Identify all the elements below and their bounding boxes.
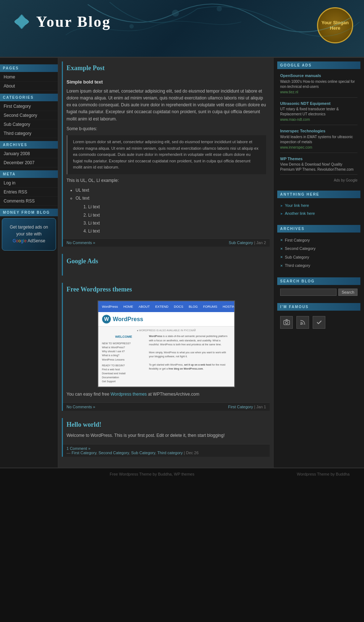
post-title-example[interactable]: Example Post [63, 61, 270, 74]
list-item: UL text [76, 187, 266, 194]
post-title-google-ads[interactable]: Google Ads [67, 257, 266, 265]
post-cat-link-2[interactable]: Second Category [98, 451, 129, 455]
ad-title-2[interactable]: Ultrasonic NDT Equipment [280, 101, 357, 107]
post-bold-heading: Simple bold text [67, 78, 266, 86]
sidebar-item-entries-rss[interactable]: Entries RSS [0, 188, 58, 197]
sidebar-item-about[interactable]: About [0, 82, 58, 91]
floral-decoration [0, 0, 364, 58]
site-footer: Free Wordpress Theme by Buddha, WP theme… [0, 468, 364, 480]
sidebar-item-comments-rss[interactable]: Comments RSS [0, 197, 58, 206]
widget-title-google-ads: GOOGLE ADS [277, 61, 360, 69]
post-date-hello: | Dec 26 [184, 451, 199, 455]
anything-link-2[interactable]: Another link here [280, 210, 357, 218]
post-comments-hello[interactable]: 1 Comment » [67, 446, 90, 451]
post-comments-link[interactable]: No Comments » [67, 240, 95, 245]
sidebar-item-third-category[interactable]: Third category [0, 129, 58, 138]
post-wp-body: You can easy find free Wordpress themes … [67, 391, 266, 398]
post-category-link[interactable]: Sub Category [229, 240, 253, 245]
widget-title-famous: I'M FAMOUS [277, 303, 360, 311]
site-header: Your Blog Your Slogan Here [0, 0, 364, 58]
categories-section-title: CATEGORIES [0, 94, 58, 101]
archives-item-1[interactable]: First Category [280, 236, 357, 245]
post-meta: Sub Category | Jan 2 [229, 240, 266, 245]
famous-icon-camera[interactable] [280, 316, 293, 329]
footer-left-text: Free Wordpress Theme by Buddha, WP theme… [110, 472, 194, 476]
widget-anything: ANYTHING HERE Your link here Another lin… [277, 191, 360, 219]
svg-point-6 [285, 321, 288, 324]
list-item: Li text [88, 228, 266, 235]
post-ul-list: UL text OL text Li text Li text Li text … [76, 187, 266, 235]
post-blockquote: Lorem ipsum dolor sit amet, consectetur … [67, 135, 266, 174]
post-paragraph1: Lorem ipsum dolor sit amet, consectetur … [67, 88, 266, 123]
adsense-box[interactable]: Get targeted ads on your site with Googl… [2, 218, 56, 251]
wordpress-themes-link[interactable]: Wordpress themes [111, 392, 147, 397]
post-content-example: Simple bold text Lorem ipsum dolor sit a… [63, 74, 270, 238]
checkmark-icon [316, 319, 323, 326]
widget-title-anything: ANYTHING HERE [277, 191, 360, 198]
ad-title-1[interactable]: OpenSource manuals [280, 73, 357, 79]
archives-item-3[interactable]: Sub Category [280, 253, 357, 262]
svg-point-2 [217, 6, 222, 12]
adsense-brand-suffix: AdSense [27, 238, 45, 243]
widget-google-ads: GOOGLE ADS OpenSource manuals Watch 1000… [277, 61, 360, 185]
post-category-link-wp[interactable]: First Category [228, 405, 253, 409]
sidebar-item-login[interactable]: Log in [0, 179, 58, 188]
post-wp-text2: at WPThemesArchive.com [147, 392, 199, 397]
famous-icon-rss[interactable] [296, 316, 309, 329]
search-button[interactable]: Search [338, 289, 357, 296]
sidebar-item-jan-2008[interactable]: January 2008 [0, 149, 58, 158]
famous-icon-checkmark[interactable] [313, 316, 325, 329]
ad-desc-1: Watch 1000's How-to movies online specia… [280, 79, 357, 89]
ad-title-3[interactable]: Innerspec Technologies [280, 128, 357, 135]
svg-text:W: W [104, 316, 109, 322]
wp-logo: W [102, 315, 111, 324]
svg-point-7 [300, 323, 302, 325]
post-cat-link-1[interactable]: First Category [72, 451, 96, 455]
post-footer-wp-themes: No Comments » First Category | Jan 1 [63, 402, 270, 411]
ad-url-3: www.innerspec.com [280, 145, 357, 150]
search-form: Search [277, 287, 360, 298]
footer-right-text: Wordpress Theme by Buddha [297, 472, 350, 476]
anything-link-1[interactable]: Your link here [280, 202, 357, 210]
post-content-wp-themes: WordPress HOME ABOUT EXTEND DOCS BLOG FO… [63, 295, 270, 402]
widget-title-archives: ARCHIVES [277, 225, 360, 233]
post-cat-link-4[interactable]: Third category [157, 451, 183, 455]
post-google-ads: Google Ads [62, 254, 270, 276]
post-cat-link-3[interactable]: Sub Category [131, 451, 155, 455]
search-input[interactable] [280, 289, 337, 296]
list-item: Li text [88, 220, 266, 227]
sidebar-item-home[interactable]: Home [0, 73, 58, 82]
ad-desc-3: World leaders in EMAT systems for ultras… [280, 135, 357, 145]
archives-item-2[interactable]: Second Category [280, 244, 357, 253]
widget-search: SEARCH BLOG Search [277, 277, 360, 298]
famous-icons-container [277, 312, 360, 332]
post-wp-text1: You can easy find free [67, 392, 111, 397]
google-colors: Google [13, 238, 27, 243]
post-date-wp: Jan 1 [256, 405, 266, 409]
sidebar-item-sub-category[interactable]: Sub Category [0, 120, 58, 129]
list-item: Li text [88, 212, 266, 219]
svg-point-1 [129, 24, 134, 29]
post-ul-ol-label: This is UL, OL, LI example: [67, 177, 266, 184]
post-example: Example Post Simple bold text Lorem ipsu… [62, 61, 270, 247]
post-comments-link-wp[interactable]: No Comments » [67, 405, 95, 409]
post-title-wp-themes[interactable]: Free Wordpress themes [63, 283, 270, 295]
post-categories-hello: — First Category, Second Category, Sub C… [67, 451, 266, 455]
sidebar-item-second-category[interactable]: Second Category [0, 111, 58, 120]
sidebar-item-first-category[interactable]: First Category [0, 102, 58, 111]
archives-item-4[interactable]: Third category [280, 261, 357, 270]
adsense-text: Get targeted ads on your site with [10, 225, 48, 237]
post-title-hello-world[interactable]: Hello world! [63, 418, 270, 430]
post-meta-wp: First Category | Jan 1 [228, 405, 266, 409]
sidebar-item-dec-2007[interactable]: December 2007 [0, 158, 58, 167]
meta-section-title: META [0, 170, 58, 178]
widget-content-archives: First Category Second Category Sub Categ… [277, 234, 360, 272]
ad-url-1: www.tiez.nl [280, 89, 357, 95]
ad-url-2: www.mao-ndt.com [280, 117, 357, 123]
post-hello-world: Hello world! Welcome to WordPress. This … [62, 418, 270, 456]
ad-item-1: OpenSource manuals Watch 1000's How-to m… [280, 73, 357, 98]
widget-content-google-ads: OpenSource manuals Watch 1000's How-to m… [277, 71, 360, 185]
ad-title-4[interactable]: WP Themes [280, 156, 357, 162]
list-item: OL text [76, 195, 266, 202]
right-sidebar: GOOGLE ADS OpenSource manuals Watch 1000… [274, 58, 364, 468]
